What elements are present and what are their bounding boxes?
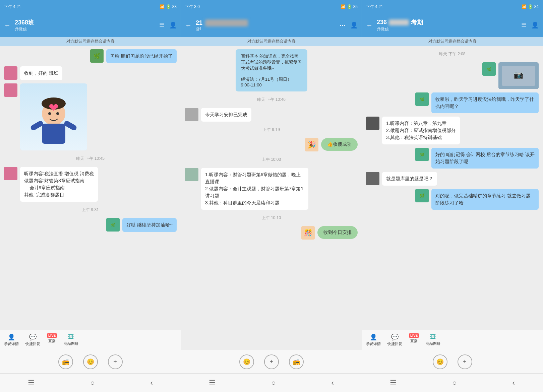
nav-home-1[interactable]: ○ xyxy=(90,379,95,387)
notice-bar-2: 对方默认同意存档会话内容 xyxy=(181,37,362,46)
back-button-3[interactable]: ← xyxy=(366,21,373,29)
back-button-2[interactable]: ← xyxy=(185,21,192,29)
panel-3: 下午 4:21 📶 🔋84 ← 236 ████ 考期 @微信 ☰ 👤 对方默认… xyxy=(362,0,543,392)
chat-area-2[interactable]: 百科基本 的知识点，完全按照 正式考试的题型设置，抓紧复习 为考试做准备哦~ 经… xyxy=(181,46,362,350)
msg-row: 听课内容:税法直播 增值税 消费税做题内容:财管第8章应试指南 会计9章应试指南… xyxy=(4,167,177,202)
voice-button-2[interactable]: 📻 xyxy=(289,354,304,369)
bubble: 习哈 咱们习题阶段已经开始了 xyxy=(106,49,177,63)
avatar: 🌿 xyxy=(415,189,429,202)
avatar xyxy=(4,83,17,97)
tool-label: 快捷回复 xyxy=(25,341,40,346)
chat-title-3b: 考期 xyxy=(411,18,423,26)
collection-bubble: 百科基本 的知识点，完全按照 正式考试的题型设置，抓紧复习 为考试做准备哦~ 经… xyxy=(236,49,307,91)
msg-row: 1.听课内容：财管习题班第6章做错的题，晚上直播课2.做题内容：会计主观题，财管… xyxy=(185,168,358,210)
nav-back-3[interactable]: ‹ xyxy=(512,379,515,387)
nav-home-2[interactable]: ○ xyxy=(271,379,276,387)
nav-bar-2: ☰ ○ ‹ xyxy=(181,373,362,392)
status-time-1: 下午 4:21 xyxy=(4,4,21,10)
tool-student-detail-3[interactable]: 👤 学员详情 xyxy=(363,332,383,348)
msg-row: 收租啦，昨天学习进度没法给我哦，昨天学了什么内容呢？ 🌿 xyxy=(366,92,539,113)
timestamp: 上午 9:31 xyxy=(4,207,177,213)
header-3: ← 236 ████ 考期 @微信 ☰ 👤 xyxy=(362,13,543,37)
timestamp: 昨天 下午 10:46 xyxy=(185,97,358,103)
profile-icon-3[interactable]: 👤 xyxy=(531,21,539,29)
image-bubble: 📷 xyxy=(498,62,539,89)
menu-icon-3[interactable]: ☰ xyxy=(521,21,527,29)
nav-back-1[interactable]: ‹ xyxy=(150,379,153,387)
tool-label-3: 学员详情 xyxy=(366,341,381,346)
student-icon: 👤 xyxy=(8,333,15,341)
nav-menu-1[interactable]: ☰ xyxy=(28,379,35,387)
timestamp: 昨天 下午 10:45 xyxy=(4,156,177,161)
plus-button-1[interactable]: + xyxy=(108,354,123,369)
voice-button-1[interactable]: 📻 xyxy=(58,354,73,369)
status-time-2: 下午 3:0 xyxy=(185,4,200,10)
nav-menu-3[interactable]: ☰ xyxy=(390,379,397,387)
emoji-button-2[interactable]: 😊 xyxy=(239,354,254,369)
plus-button-3[interactable]: + xyxy=(458,354,472,369)
svg-point-9 xyxy=(56,112,59,115)
nav-home-3[interactable]: ○ xyxy=(452,379,457,387)
avatar: 🌿 xyxy=(415,92,429,106)
tool-goods-3[interactable]: 🖼 商品图册 xyxy=(423,332,443,348)
nav-back-2[interactable]: ‹ xyxy=(331,379,334,387)
more-icon-2[interactable]: ⋯ xyxy=(340,21,346,29)
chat-area-3[interactable]: 昨天 下午 2:08 📷 🌿 收租啦，昨天学习进度没法给我哦，昨天学了什么内容呢… xyxy=(362,46,543,330)
msg-row: 收到今日安排 🎊 xyxy=(185,226,358,240)
tool-label: 商品图册 xyxy=(64,341,78,346)
live-badge: LIVE xyxy=(47,333,57,338)
bubble: 收到，好的 班班 xyxy=(20,66,62,80)
tool-label-3c: 直播 xyxy=(410,338,418,343)
header-1: ← 2368班 @微信 ☰ 👤 xyxy=(0,13,181,37)
bubble: 听课内容:税法直播 增值税 消费税做题内容:财管第8章应试指南 会计9章应试指南… xyxy=(20,167,98,202)
nav-menu-2[interactable]: ☰ xyxy=(209,379,216,387)
tool-quick-reply[interactable]: 💬 快捷回复 xyxy=(23,332,43,348)
tool-live-3[interactable]: LIVE 直播 xyxy=(406,332,422,348)
toolbar-1: 👤 学员详情 💬 快捷回复 LIVE 直播 🖼 商品图册 xyxy=(0,330,181,350)
menu-icon-1[interactable]: ☰ xyxy=(159,21,165,29)
plus-button-2[interactable]: + xyxy=(264,354,279,369)
live-badge-3: LIVE xyxy=(409,333,419,338)
msg-row: 百科基本 的知识点，完全按照 正式考试的题型设置，抓紧复习 为考试做准备哦~ 经… xyxy=(185,49,358,91)
notice-bar-3: 对方默认同意存档会话内容 xyxy=(362,37,543,46)
bottom-bar-2: 😊 + 📻 xyxy=(181,350,362,373)
chat-title-2: 21 xyxy=(196,19,202,26)
bubble: 好的 咱们记得 会计网校 后台的章节练习哈 该开始习题阶段了呢 xyxy=(431,148,539,169)
header-title-area-2: 21 ██████████ @I xyxy=(196,19,337,31)
bubble: 1.听课内容：财管习题班第6章做错的题，晚上直播课2.做题内容：会计主观题，财管… xyxy=(201,168,308,210)
msg-row: 收到，好的 班班 xyxy=(4,66,177,80)
avatar: 🌿 xyxy=(90,49,104,63)
goods-icon: 🖼 xyxy=(68,333,74,340)
status-icons-3: 📶 🔋84 xyxy=(522,4,539,9)
status-time-3: 下午 4:21 xyxy=(366,4,383,10)
emoji-button-1[interactable]: 😊 xyxy=(83,354,98,369)
msg-row: 好的 咱们记得 会计网校 后台的章节练习哈 该开始习题阶段了呢 🌿 xyxy=(366,148,539,169)
receive-bubble: 收到今日安排 xyxy=(317,226,358,239)
status-bar-2: 下午 3:0 📶 🔋85 xyxy=(181,0,362,13)
avatar: 🌿 xyxy=(106,218,120,232)
msg-row: 就是题库里的题是吧？ xyxy=(366,172,539,186)
profile-icon-2[interactable]: 👤 xyxy=(350,21,358,29)
msg-row: 👍收债成功 🎉 xyxy=(185,138,358,151)
image-bubble: ❤ xyxy=(20,83,87,150)
profile-icon-1[interactable]: 👤 xyxy=(169,21,177,29)
tool-goods[interactable]: 🖼 商品图册 xyxy=(61,332,81,348)
avatar xyxy=(366,172,379,185)
msg-row: 1.听课内容：第八章，第九章2.做题内容：应试指南增值税部分3.其他：税法英语特… xyxy=(366,117,539,144)
chat-title-3a: 236 xyxy=(377,19,387,26)
header-title-area-1: 2368班 @微信 xyxy=(15,18,157,32)
tool-quick-reply-3[interactable]: 💬 快捷回复 xyxy=(385,332,405,348)
avatar xyxy=(4,167,17,180)
timestamp: 上午 9:19 xyxy=(185,127,358,133)
chat-title-1: 2368班 xyxy=(15,18,157,26)
back-button-1[interactable]: ← xyxy=(4,21,11,29)
emoji-button-3[interactable]: 😊 xyxy=(433,354,447,369)
avatar: 🎉 xyxy=(305,138,318,151)
chat-area-1[interactable]: 习哈 咱们习题阶段已经开始了 🌿 收到，好的 班班 xyxy=(0,46,181,330)
bubble: 1.听课内容：第八章，第九章2.做题内容：应试指南增值税部分3.其他：税法英语特… xyxy=(382,117,460,144)
tool-student-detail[interactable]: 👤 学员详情 xyxy=(1,332,21,348)
msg-row: 好哒 继续坚持加油哈~ 🌿 xyxy=(4,218,177,232)
svg-rect-4 xyxy=(42,124,65,144)
nav-bar-3: ☰ ○ ‹ xyxy=(362,373,543,392)
tool-live[interactable]: LIVE 直播 xyxy=(44,332,60,348)
